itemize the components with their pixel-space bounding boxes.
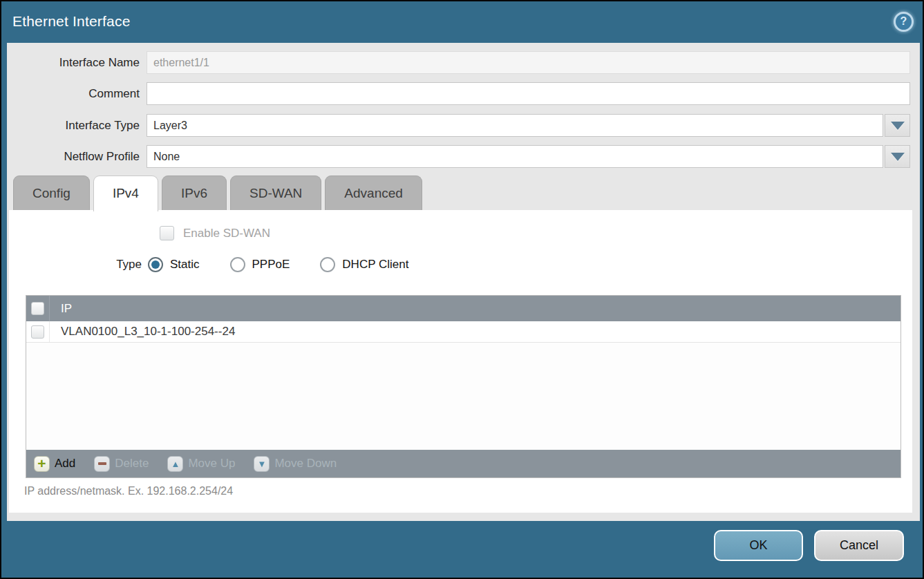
comment-field[interactable] [147,82,910,105]
table-row[interactable]: VLAN0100_L3_10-1-100-254--24 [26,321,901,343]
netflow-profile-dropdown-button[interactable] [885,145,910,168]
type-radio-row: Type Static PPPoE DHCP Client [9,254,439,275]
ethernet-interface-dialog: Ethernet Interface ? Interface Name Comm… [0,0,924,579]
tab-advanced[interactable]: Advanced [325,175,422,210]
radio-dhcp-client-label: DHCP Client [342,258,408,272]
radio-pppoe-label: PPPoE [252,258,290,272]
radio-pppoe[interactable]: PPPoE [230,257,290,272]
interface-name-field [147,51,910,74]
delete-button-label: Delete [115,457,149,471]
radio-dhcp-client[interactable]: DHCP Client [320,257,408,272]
enable-sdwan-label: Enable SD-WAN [183,227,270,240]
ip-column-header: IP [50,302,72,316]
move-down-button-label: Move Down [274,457,337,471]
radio-static[interactable]: Static [148,257,200,272]
enable-sdwan-row: Enable SD-WAN [160,226,270,240]
interface-type-field[interactable] [147,114,883,137]
type-label: Type [9,258,148,272]
interface-name-row: Interface Name [7,51,910,74]
plus-icon: + [34,456,50,472]
table-toolbar: + Add Delete ▲ Move Up ▼ Move Down [26,450,901,477]
ok-button[interactable]: OK [714,530,803,561]
chevron-down-icon [891,122,905,130]
radio-static-label: Static [170,258,200,272]
delete-button: Delete [94,456,149,472]
netflow-profile-field[interactable] [147,145,883,168]
interface-name-label: Interface Name [7,56,147,70]
radio-button-icon [230,257,245,272]
tab-sdwan[interactable]: SD-WAN [230,175,321,210]
tab-bar: Config IPv4 IPv6 SD-WAN Advanced [13,175,422,211]
row-checkbox[interactable] [31,325,44,339]
minus-icon [94,456,110,472]
netflow-profile-row: Netflow Profile [7,145,910,168]
radio-button-icon [320,257,335,272]
move-up-button-label: Move Up [188,457,235,471]
tab-config[interactable]: Config [13,175,90,210]
enable-sdwan-checkbox [160,226,174,240]
comment-label: Comment [7,87,147,101]
interface-type-row: Interface Type [7,114,910,137]
radio-button-icon [148,257,163,272]
table-empty-area [26,343,901,450]
move-down-button: ▼ Move Down [254,456,337,472]
interface-type-label: Interface Type [7,119,147,133]
tab-ipv4[interactable]: IPv4 [93,175,158,211]
ip-row-value: VLAN0100_L3_10-1-100-254--24 [50,325,235,339]
arrow-up-icon: ▲ [167,456,183,472]
add-button[interactable]: + Add [34,456,75,472]
ip-table-header: IP [26,296,901,321]
help-icon[interactable]: ? [894,12,914,32]
ip-table: IP VLAN0100_L3_10-1-100-254--24 + Add [26,295,901,478]
tab-ipv6[interactable]: IPv6 [162,175,227,210]
arrow-down-icon: ▼ [254,456,270,472]
interface-type-dropdown-button[interactable] [885,114,910,137]
ipv4-tab-panel: Enable SD-WAN Type Static PPPoE DHCP Cli… [9,210,912,513]
add-button-label: Add [55,457,75,471]
dialog-titlebar: Ethernet Interface ? [1,1,923,41]
cancel-button[interactable]: Cancel [814,530,904,561]
ip-format-hint: IP address/netmask. Ex. 192.168.2.254/24 [24,485,233,497]
comment-row: Comment [7,82,910,105]
dialog-title: Ethernet Interface [12,13,131,30]
chevron-down-icon [891,153,905,161]
dialog-content: Interface Name Comment Interface Type [7,43,920,521]
move-up-button: ▲ Move Up [167,456,235,472]
select-all-checkbox[interactable] [31,302,44,315]
netflow-profile-label: Netflow Profile [7,150,147,164]
